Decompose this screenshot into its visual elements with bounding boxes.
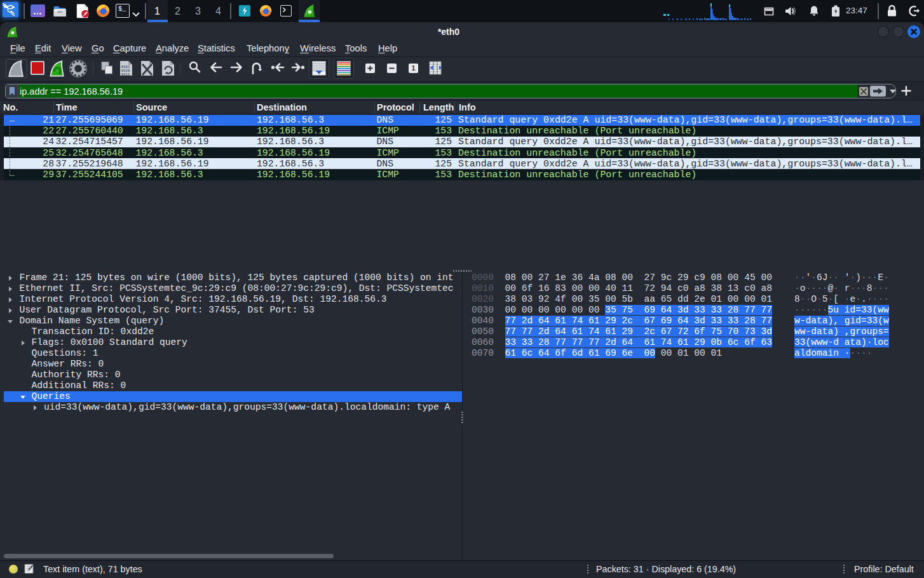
- svg-text:0111: 0111: [121, 72, 130, 77]
